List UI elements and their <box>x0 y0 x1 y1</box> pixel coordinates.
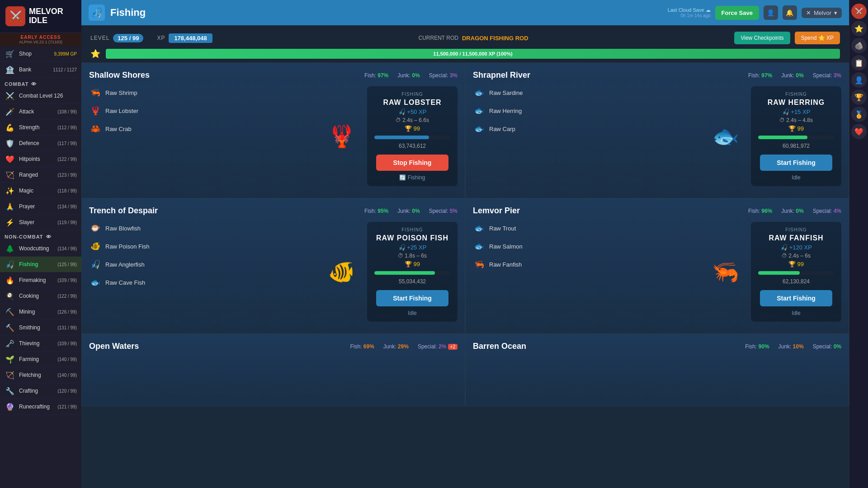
notifications-button[interactable]: 🔔 <box>783 5 797 20</box>
topbar-right: Last Cloud Save ☁ 0h 1m 14s ago Force Sa… <box>668 5 842 20</box>
smithing-levels: (131 / 99) <box>57 325 77 330</box>
right-panel: ⚔️ ⭐ 🪨 📋 👤 🏆 🏅 ❤️ <box>849 0 868 488</box>
topbar: 🎣 Fishing Last Cloud Save ☁ 0h 1m 14s ag… <box>81 0 849 25</box>
crafting-icon: 🔧 <box>5 385 15 396</box>
combat-section-header: COMBAT 👁 <box>0 78 81 88</box>
stop-fishing-button-shallow[interactable]: Stop Fishing <box>376 155 448 171</box>
raw-fanfish-label: Raw Fanfish <box>489 261 522 268</box>
slayer-icon: ⚡ <box>5 217 15 228</box>
rp-icon-combat[interactable]: ⚔️ <box>851 4 867 19</box>
profile-button[interactable]: ✕ Melvor ▾ <box>802 8 842 18</box>
combat-level-label: Combat Level 126 <box>19 93 77 99</box>
rp-icon-clipboard[interactable]: 📋 <box>851 55 867 70</box>
rod-label: CURRENT ROD <box>419 35 458 41</box>
zone-shallow-shores-fish-img: 🦞 <box>324 86 360 186</box>
magic-levels: (118 / 99) <box>57 188 77 193</box>
sidebar-item-smithing[interactable]: 🔨 Smithing (131 / 99) <box>0 320 81 336</box>
rp-icon-trophy[interactable]: 🏆 <box>851 89 867 105</box>
zone-lemvor-pier: Lemvor Pier Fish: 96% Junk: 0% Special: … <box>465 198 849 334</box>
cooking-label: Cooking <box>19 293 57 299</box>
zone-lemvor-fish-pct: Fish: 96% <box>748 208 772 214</box>
active-xp-shrapnel: 🎣 +15 XP <box>782 108 811 115</box>
sidebar-item-woodcutting[interactable]: 🌲 Woodcutting (134 / 99) <box>0 241 81 257</box>
rp-icon-medal[interactable]: 🏅 <box>851 107 867 122</box>
sidebar-item-fishing[interactable]: 🎣 Fishing (125 / 99) <box>0 257 81 272</box>
sidebar-item-runecrafting[interactable]: 🔮 Runecrafting (121 / 99) <box>0 399 81 415</box>
sidebar-item-ranged[interactable]: 🏹 Ranged (123 / 99) <box>0 167 81 183</box>
settings-button[interactable]: 👤 <box>764 5 778 20</box>
fletching-label: Fletching <box>19 372 57 378</box>
raw-lobster-label: Raw Lobster <box>105 108 138 114</box>
sidebar-item-combat-level: ⚔️ Combat Level 126 <box>0 88 81 104</box>
sidebar-item-hitpoints[interactable]: ❤️ Hitpoints (122 / 99) <box>0 151 81 167</box>
zone-trench-progress-fill <box>374 271 435 275</box>
ranged-levels: (123 / 99) <box>57 173 77 178</box>
defence-icon: 🛡️ <box>5 138 15 149</box>
runecrafting-levels: (121 / 99) <box>57 404 77 409</box>
zone-trench-body: 🐡 Raw Blowfish 🐠 Raw Poison Fish 🎣 Raw A… <box>89 222 458 322</box>
sidebar-item-firemaking[interactable]: 🔥 Firemaking (109 / 99) <box>0 272 81 288</box>
rp-icon-star[interactable]: ⭐ <box>851 21 867 36</box>
zone-shrapnel-river-fish-pct: Fish: 97% <box>748 72 772 79</box>
shop-gp: 9,399M GP <box>54 52 77 56</box>
start-fishing-button-shrapnel[interactable]: Start Fishing <box>760 155 832 171</box>
zone-shrapnel-river-active: FISHING RAW HERRING 🎣 +15 XP ⏱ 2.4s – 4.… <box>751 86 841 186</box>
rp-icon-heart[interactable]: ❤️ <box>851 124 867 139</box>
level-value: 125 / 99 <box>113 34 143 42</box>
fish-item-raw-fanfish: 🦐 Raw Fanfish <box>473 258 700 271</box>
level-max: 99 <box>132 35 139 42</box>
fletching-icon: 🏹 <box>5 370 15 380</box>
sidebar-item-shop[interactable]: 🛒 Shop 9,399M GP <box>0 46 81 62</box>
rp-icon-brown[interactable]: 🪨 <box>851 38 867 53</box>
active-xp-lemvor: 🎣 +120 XP <box>780 244 812 251</box>
sidebar-item-magic[interactable]: ✨ Magic (118 / 99) <box>0 183 81 199</box>
fletching-levels: (140 / 99) <box>57 373 77 378</box>
zone-barren-ocean-special-pct: Special: 0% <box>813 343 841 350</box>
sidebar-item-bank[interactable]: 🏦 Bank 1112 / 1127 <box>0 62 81 78</box>
zone-lemvor-active: FISHING RAW FANFISH 🎣 +120 XP ⏱ 2.4s – 6… <box>751 222 841 322</box>
xp-value: 178,448,048 <box>169 33 212 43</box>
active-count-trench: 55,034,432 <box>399 278 426 285</box>
zone-shrapnel-progress-bar <box>758 136 834 139</box>
zone-shrapnel-river-name: Shrapnel River <box>473 70 530 80</box>
zones-grid: Shallow Shores Fish: 97% Junk: 0% Specia… <box>81 63 849 406</box>
start-fishing-button-trench[interactable]: Start Fishing <box>376 290 448 306</box>
smithing-label: Smithing <box>19 324 57 331</box>
fish-item-raw-lobster: 🦞 Raw Lobster <box>89 104 316 117</box>
active-fish-name-lemvor: RAW FANFISH <box>769 234 823 242</box>
combat-visibility-icon[interactable]: 👁 <box>31 81 37 87</box>
start-fishing-button-lemvor[interactable]: Start Fishing <box>760 290 832 306</box>
active-time-lemvor: ⏱ 2.4s – 6s <box>782 253 811 259</box>
raw-shrimp-icon: 🦐 <box>89 86 102 99</box>
sidebar-item-fletching[interactable]: 🏹 Fletching (140 / 99) <box>0 367 81 383</box>
prayer-icon: 🙏 <box>5 201 15 212</box>
sidebar-item-thieving[interactable]: 🗝️ Thieving (109 / 99) <box>0 336 81 352</box>
zone-shallow-shores-body: 🦐 Raw Shrimp 🦞 Raw Lobster 🦀 Raw Crab <box>89 86 458 186</box>
stats-row: LEVEL 125 / 99 XP 178,448,048 CURRENT RO… <box>90 32 840 44</box>
fishing-levels: (125 / 99) <box>57 262 77 267</box>
zone-shallow-progress-bar <box>374 136 450 139</box>
sidebar-item-strength[interactable]: 💪 Strength (112 / 99) <box>0 120 81 136</box>
zone-trench-special-pct: Special: 5% <box>429 208 458 214</box>
active-time-trench: ⏱ 1.8s – 6s <box>398 253 427 259</box>
spend-xp-button[interactable]: Spend ⭐ XP <box>795 32 840 44</box>
active-fish-name-shallow: RAW LOBSTER <box>383 99 441 107</box>
sidebar-item-crafting[interactable]: 🔧 Crafting (120 / 99) <box>0 383 81 399</box>
profile-chevron-icon: ▾ <box>834 9 837 16</box>
noncombat-visibility-icon[interactable]: 👁 <box>46 234 52 239</box>
sidebar-item-farming[interactable]: 🌱 Farming (140 / 99) <box>0 352 81 367</box>
hitpoints-levels: (122 / 99) <box>57 157 77 162</box>
magic-label: Magic <box>19 188 57 194</box>
thieving-label: Thieving <box>19 340 57 347</box>
zone-shallow-progress-fill <box>374 136 429 139</box>
sidebar-item-attack[interactable]: 🗡️ Attack (108 / 99) <box>0 104 81 120</box>
rp-icon-person[interactable]: 👤 <box>851 72 867 88</box>
sidebar-item-cooking[interactable]: 🍳 Cooking (122 / 99) <box>0 288 81 304</box>
sidebar-item-prayer[interactable]: 🙏 Prayer (134 / 99) <box>0 199 81 215</box>
sidebar-item-mining[interactable]: ⛏️ Mining (126 / 99) <box>0 304 81 320</box>
sidebar-item-slayer[interactable]: ⚡ Slayer (119 / 99) <box>0 215 81 230</box>
combat-level-icon: ⚔️ <box>5 90 15 101</box>
force-save-button[interactable]: Force Save <box>715 6 759 20</box>
sidebar-item-defence[interactable]: 🛡️ Defence (117 / 99) <box>0 136 81 151</box>
view-checkpoints-button[interactable]: View Checkpoints <box>734 32 790 44</box>
